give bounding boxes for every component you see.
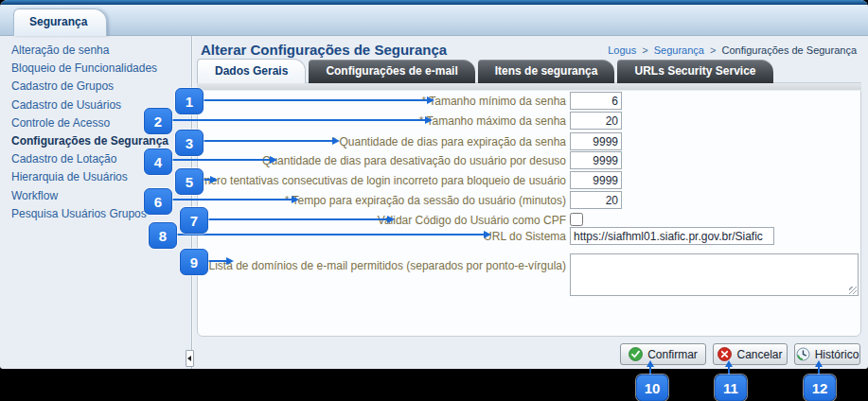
validar-cpf-checkbox[interactable] [570,213,583,226]
label-tentativas-login: * Número tentativas consecutivas de logi… [179,174,566,187]
textarea-resize-handle[interactable] [849,287,857,294]
module-tab-seguranca[interactable]: Segurança [13,9,107,36]
callout-arrow-1 [204,99,428,101]
tab-dados-gerais[interactable]: Dados Gerais [197,59,306,83]
breadcrumb-current: Configurações de Segurança [722,44,857,56]
cancel-circle-icon [717,347,732,361]
label-expiracao-sessao: * Tempo para expiração da sessão do usuá… [285,194,566,207]
confirmar-label: Confirmar [647,348,698,361]
tab-substrip [197,83,861,91]
label-tamanho-maximo: * Tamanho máximo da senha [419,114,566,128]
callout-badge-8: 8 [149,222,177,249]
sidebar-item-bloqueio-funcionalidades[interactable]: Bloqueio de Funcionalidades [0,60,191,78]
callout-arrow-11 [728,366,730,375]
url-sistema-input[interactable] [570,227,774,245]
callout-arrow-2 [172,119,426,121]
sidebar-divider [191,36,192,369]
breadcrumb-link-logus[interactable]: Logus [608,44,636,56]
callout-arrow-6 [172,199,292,200]
desativacao-desuso-input[interactable] [570,151,622,169]
callout-arrow-3 [204,140,333,142]
page-title: Alterar Configurações de Segurança [201,42,447,58]
callout-arrow-10 [649,366,651,375]
app-window: Segurança Alteração de senha Bloqueio de… [0,0,868,369]
callout-badge-11: 11 [715,375,747,401]
breadcrumb-link-seguranca[interactable]: Segurança [654,44,704,56]
callout-badge-6: 6 [144,188,172,215]
history-clock-icon [796,347,810,361]
callout-arrow-5 [204,179,211,181]
cancelar-label: Cancelar [736,348,782,361]
callout-badge-10: 10 [636,375,668,401]
confirmar-button[interactable]: Confirmar [620,343,706,365]
sidebar-item-alteracao-senha[interactable]: Alteração de senha [0,42,191,60]
callout-badge-9: 9 [180,249,208,275]
callout-badge-7: 7 [180,207,208,234]
label-desativacao-desuso: Quantidade de dias para desativação do u… [262,154,566,167]
screenshot-root: Segurança Alteração de senha Bloqueio de… [0,0,868,401]
dominios-email-textarea[interactable] [570,253,859,296]
callout-arrow-7 [208,218,388,220]
breadcrumb: Logus > Segurança > Configurações de Seg… [608,44,857,56]
callout-badge-5: 5 [175,168,204,195]
historico-label: Histórico [815,348,859,361]
breadcrumb-separator: > [710,44,716,56]
tentativas-login-input[interactable] [570,171,622,189]
callout-arrow-4 [172,159,271,161]
historico-button[interactable]: Histórico [794,343,860,365]
callout-arrow-9 [208,260,227,262]
callout-badge-1: 1 [175,88,204,114]
tab-configuracoes-email[interactable]: Configurações de e-mail [309,60,474,83]
callout-arrow-8 [177,234,485,235]
content-tabs: Dados Gerais Configurações de e-mail Ite… [197,59,776,83]
label-dominios-email: Lista de domínios de e-mail permitidos (… [208,259,566,272]
sidebar-collapse-handle[interactable] [186,350,194,367]
sidebar-item-cadastro-grupos[interactable]: Cadastro de Grupos [0,78,191,96]
tamanho-maximo-input[interactable] [570,112,622,130]
expiracao-senha-input[interactable] [570,132,622,150]
check-circle-icon [629,347,643,361]
module-tab-bar [0,5,868,36]
expiracao-sessao-input[interactable] [570,191,622,209]
callout-arrow-12 [818,366,820,375]
cancelar-button[interactable]: Cancelar [713,343,788,365]
sidebar-divider-highlight [192,36,193,369]
breadcrumb-separator: > [642,44,647,56]
callout-badge-12: 12 [804,375,836,401]
tamanho-minimo-input[interactable] [570,92,622,110]
label-expiracao-senha: * Quantidade de dias para expiração da s… [331,135,566,148]
label-tamanho-minimo: * Tamanho mínimo da senha [421,95,566,108]
tab-urls-security-service[interactable]: URLs Security Service [617,60,772,83]
callout-badge-4: 4 [144,148,172,175]
tab-itens-seguranca[interactable]: Itens de segurança [478,60,615,83]
label-validar-cpf: Validar Código do Usuário como CPF [378,214,566,227]
callout-badge-2: 2 [144,108,172,134]
callout-badge-3: 3 [175,130,204,156]
label-url-sistema: URL do Sistema [484,230,566,243]
